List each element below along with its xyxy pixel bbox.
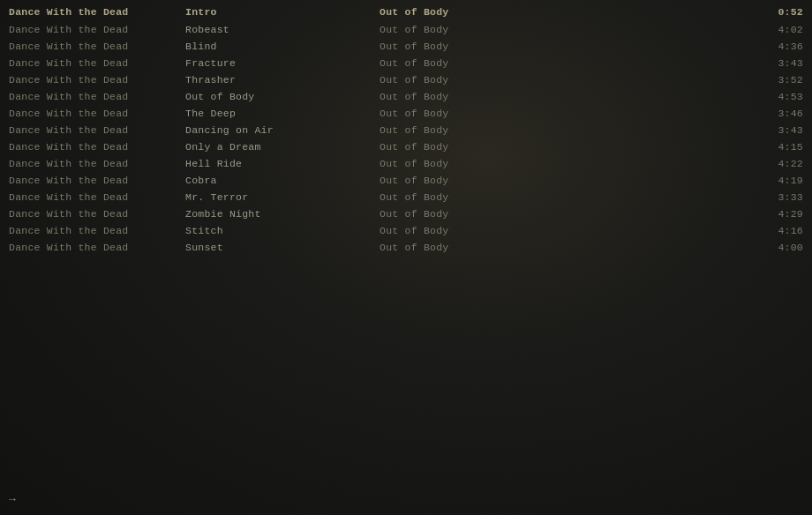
table-row[interactable]: Dance With the DeadFractureOut of Body3:… — [0, 55, 812, 71]
track-list: Dance With the Dead Intro Out of Body 0:… — [0, 0, 812, 259]
table-header: Dance With the Dead Intro Out of Body 0:… — [0, 4, 812, 20]
track-album: Out of Body — [380, 57, 750, 69]
track-album: Out of Body — [380, 124, 750, 136]
track-duration: 4:53 — [750, 91, 803, 102]
track-artist: Dance With the Dead — [9, 24, 185, 35]
table-row[interactable]: Dance With the DeadThe DeepOut of Body3:… — [0, 105, 812, 122]
track-album: Out of Body — [380, 91, 750, 102]
track-album: Out of Body — [380, 24, 750, 35]
track-title: Hell Ride — [185, 158, 380, 169]
track-title: Thrasher — [185, 74, 380, 86]
track-duration: 4:29 — [750, 208, 803, 220]
track-artist: Dance With the Dead — [9, 242, 185, 253]
track-album: Out of Body — [380, 158, 750, 169]
table-row[interactable]: Dance With the DeadOnly a DreamOut of Bo… — [0, 138, 812, 155]
track-duration: 3:33 — [750, 191, 803, 203]
track-album: Out of Body — [380, 208, 750, 220]
track-artist: Dance With the Dead — [9, 91, 185, 102]
table-row[interactable]: Dance With the DeadStitchOut of Body4:16 — [0, 222, 812, 239]
table-row[interactable]: Dance With the DeadHell RideOut of Body4… — [0, 155, 812, 172]
track-artist: Dance With the Dead — [9, 108, 185, 119]
table-row[interactable]: Dance With the DeadThrasherOut of Body3:… — [0, 71, 812, 88]
track-artist: Dance With the Dead — [9, 74, 185, 86]
track-duration: 4:19 — [750, 175, 803, 186]
track-artist: Dance With the Dead — [9, 124, 185, 136]
track-album: Out of Body — [380, 225, 750, 236]
track-duration: 4:02 — [750, 24, 803, 35]
track-title: Out of Body — [185, 91, 380, 102]
track-duration: 4:00 — [750, 242, 803, 253]
track-title: Cobra — [185, 175, 380, 186]
track-duration: 4:15 — [750, 141, 803, 153]
track-duration: 4:16 — [750, 225, 803, 236]
header-duration: 0:52 — [750, 6, 803, 18]
table-row[interactable]: Dance With the DeadSunsetOut of Body4:00 — [0, 239, 812, 256]
header-album: Out of Body — [380, 6, 750, 18]
track-title: The Deep — [185, 108, 380, 119]
track-title: Dancing on Air — [185, 124, 380, 136]
track-artist: Dance With the Dead — [9, 158, 185, 169]
table-row[interactable]: Dance With the DeadZombie NightOut of Bo… — [0, 205, 812, 222]
track-artist: Dance With the Dead — [9, 57, 185, 69]
table-row[interactable]: Dance With the DeadBlindOut of Body4:36 — [0, 38, 812, 55]
track-title: Stitch — [185, 225, 380, 236]
track-album: Out of Body — [380, 41, 750, 52]
track-album: Out of Body — [380, 74, 750, 86]
track-title: Blind — [185, 41, 380, 52]
track-artist: Dance With the Dead — [9, 41, 185, 52]
track-title: Mr. Terror — [185, 191, 380, 203]
track-album: Out of Body — [380, 191, 750, 203]
track-duration: 3:43 — [750, 57, 803, 69]
track-artist: Dance With the Dead — [9, 141, 185, 153]
track-album: Out of Body — [380, 175, 750, 186]
table-row[interactable]: Dance With the DeadCobraOut of Body4:19 — [0, 172, 812, 189]
track-duration: 3:46 — [750, 108, 803, 119]
track-album: Out of Body — [380, 141, 750, 153]
table-row[interactable]: Dance With the DeadOut of BodyOut of Bod… — [0, 88, 812, 105]
track-artist: Dance With the Dead — [9, 208, 185, 220]
track-title: Sunset — [185, 242, 380, 253]
track-artist: Dance With the Dead — [9, 175, 185, 186]
header-title: Intro — [185, 6, 380, 18]
track-duration: 4:22 — [750, 158, 803, 169]
table-row[interactable]: Dance With the DeadMr. TerrorOut of Body… — [0, 189, 812, 205]
arrow-indicator: → — [9, 493, 16, 506]
track-artist: Dance With the Dead — [9, 191, 185, 203]
track-album: Out of Body — [380, 242, 750, 253]
track-title: Fracture — [185, 57, 380, 69]
track-duration: 3:52 — [750, 74, 803, 86]
table-row[interactable]: Dance With the DeadDancing on AirOut of … — [0, 122, 812, 138]
track-album: Out of Body — [380, 108, 750, 119]
track-duration: 4:36 — [750, 41, 803, 52]
track-artist: Dance With the Dead — [9, 225, 185, 236]
track-title: Only a Dream — [185, 141, 380, 153]
table-row[interactable]: Dance With the DeadRobeastOut of Body4:0… — [0, 21, 812, 38]
track-title: Robeast — [185, 24, 380, 35]
track-duration: 3:43 — [750, 124, 803, 136]
track-title: Zombie Night — [185, 208, 380, 220]
header-artist: Dance With the Dead — [9, 6, 185, 18]
